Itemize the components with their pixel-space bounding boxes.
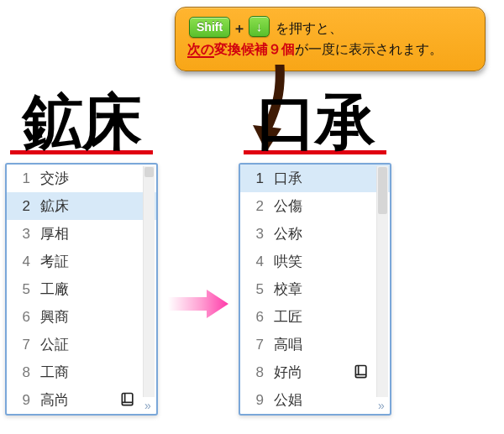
candidate-word: 哄笑 (270, 252, 390, 271)
candidate-number: 1 (7, 170, 37, 187)
candidate-word: 工商 (37, 363, 156, 382)
dictionary-icon[interactable] (119, 391, 136, 408)
candidate-item[interactable]: 9公娼 (240, 386, 390, 414)
candidate-number: 9 (7, 392, 37, 409)
candidate-item[interactable]: 1交渉 (7, 165, 156, 192)
scrollbar-thumb[interactable] (144, 167, 154, 177)
candidate-number: 2 (7, 198, 37, 215)
candidate-word: 高尚 (37, 390, 156, 410)
callout-line-1: Shift＋↓ を押すと、 (187, 16, 473, 39)
candidate-number: 6 (240, 309, 270, 326)
candidate-word: 興商 (37, 307, 156, 327)
callout-emph-a: 次の (187, 42, 214, 58)
candidate-number: 3 (7, 226, 37, 243)
transition-arrow-icon (168, 290, 228, 318)
candidate-word: 公証 (37, 335, 156, 354)
candidate-item[interactable]: 1口承 (240, 165, 390, 192)
plus-icon: ＋ (233, 21, 246, 35)
after-panel: 口承 1口承2公傷3公称4哄笑5校章6工匠7高唱8好尚9公娼 » (239, 91, 391, 416)
callout-line-2: 次の変換候補９個が一度に表示されます。 (187, 39, 473, 60)
callout-emph-b: 変換候補９個 (214, 42, 295, 56)
candidate-item[interactable]: 9高尚 (7, 386, 156, 414)
svg-rect-2 (122, 394, 133, 405)
scrollbar-thumb[interactable] (378, 167, 387, 214)
candidate-item[interactable]: 2公傷 (240, 192, 390, 220)
candidate-number: 1 (240, 170, 270, 187)
down-arrow-key-icon: ↓ (249, 16, 270, 37)
candidate-number: 3 (240, 226, 270, 243)
candidate-item[interactable]: 4考証 (7, 248, 156, 275)
candidate-number: 4 (240, 254, 270, 270)
candidate-word: 考証 (37, 252, 156, 271)
candidate-number: 2 (240, 198, 270, 215)
candidate-number: 8 (7, 364, 37, 381)
candidate-item[interactable]: 3公称 (240, 220, 390, 248)
svg-rect-5 (355, 366, 366, 378)
candidate-number: 5 (240, 281, 270, 298)
candidate-item[interactable]: 7公証 (7, 331, 156, 358)
candidate-item[interactable]: 8好尚 (240, 358, 390, 386)
candidate-item[interactable]: 7高唱 (240, 331, 390, 358)
candidate-item[interactable]: 3厚相 (7, 220, 156, 248)
ime-composition-right: 口承 (240, 91, 390, 154)
candidate-word: 公称 (270, 224, 390, 243)
candidate-item[interactable]: 8工商 (7, 358, 156, 386)
candidate-word: 工廠 (37, 280, 156, 299)
candidate-word: 鉱床 (37, 196, 156, 216)
candidate-list-left[interactable]: 1交渉2鉱床3厚相4考証5工廠6興商7公証8工商9高尚 » (5, 163, 158, 416)
candidate-item[interactable]: 6興商 (7, 303, 156, 331)
ime-text-left: 鉱床 (7, 92, 156, 154)
instruction-callout: Shift＋↓ を押すと、 次の変換候補９個が一度に表示されます。 (175, 7, 486, 71)
candidate-word: 高唱 (270, 335, 390, 354)
svg-marker-1 (168, 290, 228, 318)
shift-key-icon: Shift (189, 17, 230, 38)
candidate-item[interactable]: 2鉱床 (7, 192, 156, 220)
candidate-word: 口承 (270, 169, 390, 188)
candidate-item[interactable]: 5工廠 (7, 275, 156, 303)
candidate-word: 公傷 (270, 196, 390, 216)
candidate-word: 交渉 (37, 169, 156, 188)
candidate-word: 公娼 (270, 390, 390, 410)
scrollbar[interactable] (376, 166, 388, 397)
candidate-word: 厚相 (37, 224, 156, 243)
candidate-item[interactable]: 4哄笑 (240, 248, 390, 275)
dictionary-icon[interactable] (353, 363, 370, 380)
callout-text-1: を押すと、 (276, 21, 343, 35)
candidate-number: 5 (7, 281, 37, 298)
candidate-number: 4 (7, 254, 37, 270)
callout-text-2: が一度に表示されます。 (295, 42, 443, 56)
candidate-list-right[interactable]: 1口承2公傷3公称4哄笑5校章6工匠7高唱8好尚9公娼 » (239, 163, 391, 416)
before-panel: 鉱床 1交渉2鉱床3厚相4考証5工廠6興商7公証8工商9高尚 » (5, 91, 158, 416)
candidate-number: 9 (240, 392, 270, 409)
candidate-item[interactable]: 5校章 (240, 275, 390, 303)
candidate-word: 工匠 (270, 307, 390, 327)
expand-icon[interactable]: » (375, 400, 387, 411)
expand-icon[interactable]: » (142, 400, 154, 411)
ime-composition-left: 鉱床 (7, 91, 156, 154)
candidate-number: 6 (7, 309, 37, 326)
candidate-item[interactable]: 6工匠 (240, 303, 390, 331)
candidate-word: 好尚 (270, 363, 390, 382)
candidate-number: 7 (7, 337, 37, 353)
candidate-number: 7 (240, 337, 270, 353)
ime-text-right: 口承 (240, 92, 390, 154)
candidate-word: 校章 (270, 280, 390, 299)
scrollbar[interactable] (143, 166, 155, 397)
candidate-number: 8 (240, 364, 270, 381)
